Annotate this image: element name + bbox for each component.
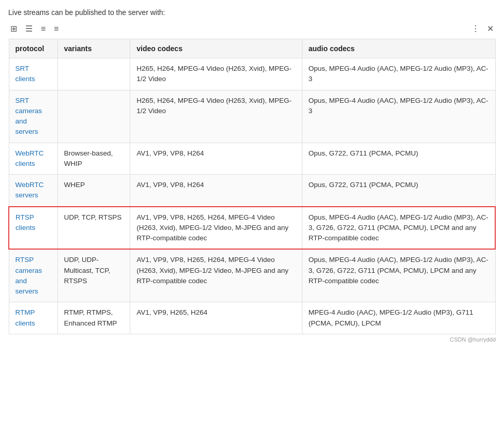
protocol-link[interactable]: SRT camerasandservers: [16, 97, 42, 136]
cell-video-codecs: H265, H264, MPEG-4 Video (H263, Xvid), M…: [130, 58, 302, 90]
cell-protocol: WebRTCclients: [9, 143, 57, 175]
cell-variants: UDP, UDP-Multicast, TCP, RTSPS: [57, 249, 130, 302]
col-protocol: protocol: [9, 39, 57, 58]
table-row: WebRTCclientsBrowser-based, WHIPAV1, VP9…: [9, 143, 495, 175]
col-audio-codecs: audio codecs: [302, 39, 495, 58]
cell-protocol: RTMPclients: [9, 302, 57, 334]
intro-text: Live streams can be published to the ser…: [8, 8, 496, 17]
cell-audio-codecs: Opus, MPEG-4 Audio (AAC), MPEG-1/2 Audio…: [302, 90, 495, 143]
cell-audio-codecs: Opus, MPEG-4 Audio (AAC), MPEG-1/2 Audio…: [302, 58, 495, 90]
toolbar-left: ⊞ ☰ ≡ ≡: [8, 23, 61, 35]
table-row: RTMPclientsRTMP, RTMPS, Enhanced RTMPAV1…: [9, 302, 495, 334]
cell-audio-codecs: Opus, MPEG-4 Audio (AAC), MPEG-1/2 Audio…: [302, 207, 495, 250]
col-variants: variants: [57, 39, 130, 58]
more-options-icon[interactable]: ⋮: [469, 23, 482, 35]
cell-video-codecs: AV1, VP9, VP8, H265, H264, MPEG-4 Video …: [130, 249, 302, 302]
minimal-list-icon[interactable]: ≡: [52, 23, 60, 35]
protocol-link[interactable]: SRTclients: [16, 65, 35, 83]
cell-variants: Browser-based, WHIP: [57, 143, 130, 175]
codecs-table: protocol variants video codecs audio cod…: [8, 39, 496, 334]
table-row: SRTclientsH265, H264, MPEG-4 Video (H263…: [9, 58, 495, 90]
cell-variants: RTMP, RTMPS, Enhanced RTMP: [57, 302, 130, 334]
cell-variants: UDP, TCP, RTSPS: [57, 207, 130, 250]
col-video-codecs: video codecs: [130, 39, 302, 58]
protocol-link[interactable]: RTSP camerasandservers: [16, 256, 42, 295]
table-row: RTSPclientsUDP, TCP, RTSPSAV1, VP9, VP8,…: [9, 207, 495, 250]
list-view-icon[interactable]: ☰: [23, 23, 35, 35]
protocol-link[interactable]: WebRTCservers: [16, 181, 44, 199]
grid-view-icon[interactable]: ⊞: [8, 23, 19, 35]
watermark: CSDN @hurryddd: [8, 336, 496, 343]
cell-protocol: RTSPclients: [9, 207, 57, 250]
protocol-link[interactable]: RTMPclients: [16, 308, 35, 327]
table-header-row: protocol variants video codecs audio cod…: [9, 39, 495, 58]
compact-list-icon[interactable]: ≡: [39, 23, 48, 35]
table-row: SRT camerasandserversH265, H264, MPEG-4 …: [9, 90, 495, 143]
cell-variants: [57, 90, 130, 143]
cell-audio-codecs: MPEG-4 Audio (AAC), MPEG-1/2 Audio (MP3)…: [302, 302, 495, 334]
cell-protocol: SRTclients: [9, 58, 57, 90]
cell-video-codecs: AV1, VP9, H265, H264: [130, 302, 302, 334]
cell-variants: [57, 58, 130, 90]
cell-video-codecs: AV1, VP9, VP8, H264: [130, 143, 302, 175]
table-row: RTSP camerasandserversUDP, UDP-Multicast…: [9, 249, 495, 302]
toolbar-right: ⋮ ✕: [469, 23, 496, 35]
cell-audio-codecs: Opus, G722, G711 (PCMA, PCMU): [302, 143, 495, 175]
cell-protocol: WebRTCservers: [9, 175, 57, 207]
cell-variants: WHEP: [57, 175, 130, 207]
cell-video-codecs: H265, H264, MPEG-4 Video (H263, Xvid), M…: [130, 90, 302, 143]
cell-protocol: SRT camerasandservers: [9, 90, 57, 143]
toolbar: ⊞ ☰ ≡ ≡ ⋮ ✕: [8, 23, 496, 35]
close-icon[interactable]: ✕: [485, 23, 496, 35]
protocol-link[interactable]: WebRTCclients: [16, 149, 44, 167]
cell-audio-codecs: Opus, G722, G711 (PCMA, PCMU): [302, 175, 495, 207]
cell-video-codecs: AV1, VP9, VP8, H265, H264, MPEG-4 Video …: [130, 207, 302, 250]
table-row: WebRTCserversWHEPAV1, VP9, VP8, H264Opus…: [9, 175, 495, 207]
cell-video-codecs: AV1, VP9, VP8, H264: [130, 175, 302, 207]
cell-protocol: RTSP camerasandservers: [9, 249, 57, 302]
cell-audio-codecs: Opus, MPEG-4 Audio (AAC), MPEG-1/2 Audio…: [302, 249, 495, 302]
protocol-link[interactable]: RTSPclients: [16, 213, 35, 231]
